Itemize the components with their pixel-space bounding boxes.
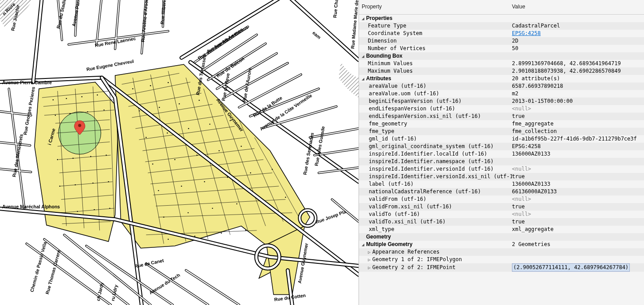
attr-row[interactable]: validFrom.xsi_nil (utf-16)true xyxy=(359,203,644,211)
svg-text:Avenue Pierre Cambre: Avenue Pierre Cambre xyxy=(2,80,52,85)
attr-value: id-a1b6f95b-227f-41d6-9db7-211279b7ce3f xyxy=(512,135,644,143)
group-properties[interactable]: ◢Properties xyxy=(359,15,644,22)
svg-text:Rue Madame Marie de Sé: Rue Madame Marie de Sé xyxy=(350,0,359,49)
prop-crs[interactable]: Coordinate System EPSG:4258 xyxy=(359,30,644,37)
attr-key: validTo.xsi_nil (utf-16) xyxy=(359,218,512,226)
properties-table: ◢Properties Feature Type CadastralParcel… xyxy=(359,15,644,272)
attr-key: validTo (utf-16) xyxy=(359,211,512,218)
header-value: Value xyxy=(512,4,525,10)
attr-value: 6587.66937890218 xyxy=(512,82,644,90)
collapse-icon[interactable]: ▷ xyxy=(368,264,372,271)
svg-text:Rue Charles: Rue Charles xyxy=(332,0,340,18)
svg-point-17 xyxy=(108,181,109,182)
attr-value: 136000AZ0133 xyxy=(512,150,644,158)
svg-point-2 xyxy=(53,99,54,100)
svg-point-54 xyxy=(245,230,246,231)
svg-point-30 xyxy=(167,133,168,133)
svg-point-37 xyxy=(219,150,219,151)
svg-point-43 xyxy=(250,172,251,173)
expand-icon[interactable]: ◢ xyxy=(362,75,366,82)
attr-row[interactable]: fme_typefme_collection xyxy=(359,128,644,135)
svg-text:ru Udry: ru Udry xyxy=(110,284,119,301)
attr-row[interactable]: inspireId.Identifier.versionId.xsi_nil (… xyxy=(359,173,644,180)
attr-row[interactable]: validTo (utf-16)<null> xyxy=(359,211,644,218)
svg-text:Rue Illiberis: Rue Illiberis xyxy=(160,0,167,25)
attr-row[interactable]: areaValue (utf-16)6587.66937890218 xyxy=(359,82,644,90)
attr-value: m2 xyxy=(512,90,644,98)
attr-row[interactable]: validFrom (utf-16)<null> xyxy=(359,196,644,203)
group-appearance-refs[interactable]: ▷Appearance References xyxy=(359,248,644,256)
attr-value: xml_aggregate xyxy=(512,226,644,233)
svg-point-3 xyxy=(66,98,67,99)
svg-point-36 xyxy=(196,155,197,156)
svg-point-32 xyxy=(209,124,210,125)
prop-dimension[interactable]: Dimension 2D xyxy=(359,37,644,45)
geometry-1[interactable]: ▷Geometry 1 of 2: IFMEPolygon xyxy=(359,256,644,263)
attr-value: <null> xyxy=(512,211,644,218)
svg-point-12 xyxy=(90,156,91,157)
svg-point-48 xyxy=(236,203,237,204)
attr-value: <null> xyxy=(512,165,644,173)
svg-point-38 xyxy=(241,146,242,147)
svg-text:Rue Eugene Chevreul: Rue Eugene Chevreul xyxy=(86,59,134,72)
attr-value: 136000AZ0133 xyxy=(512,180,644,188)
attr-value: true xyxy=(512,173,644,180)
attr-row[interactable]: gml_original_coordinate_system (utf-16)E… xyxy=(359,143,644,150)
expand-icon[interactable]: ◢ xyxy=(362,52,366,60)
attr-row[interactable]: gml_id (utf-16)id-a1b6f95b-227f-41d6-9db… xyxy=(359,135,644,143)
group-multiple-geometry[interactable]: ◢Multiple Geometry 2 Geometries xyxy=(359,241,644,248)
attr-row[interactable]: areaValue.uom (utf-16)m2 xyxy=(359,90,644,98)
attr-key: label (utf-16) xyxy=(359,180,512,188)
group-attributes[interactable]: ◢Attributes 20 attribute(s) xyxy=(359,75,644,82)
attr-key: inspireId.Identifier.versionId (utf-16) xyxy=(359,165,512,173)
prop-feature-type[interactable]: Feature Type CadastralParcel xyxy=(359,22,644,30)
svg-point-27 xyxy=(179,103,180,104)
attr-row[interactable]: endLifespanVersion (utf-16)<null> xyxy=(359,105,644,113)
feature-properties-panel[interactable]: Property Value ◢Properties Feature Type … xyxy=(359,0,644,305)
svg-point-21 xyxy=(109,208,110,209)
expand-icon[interactable]: ◢ xyxy=(362,241,366,248)
svg-point-7 xyxy=(70,113,70,114)
header-property: Property xyxy=(359,4,512,10)
attr-key: xml_type xyxy=(359,226,512,233)
svg-point-39 xyxy=(158,190,159,191)
attr-key: inspireId.Identifier.namespace (utf-16) xyxy=(359,158,512,165)
svg-point-13 xyxy=(106,155,107,156)
prop-bbox-min[interactable]: Minimum Values 2.89991369704668, 42.6893… xyxy=(359,60,644,67)
geometry-2-value-selected[interactable]: (2.90052677114111, 42.6897964267784) xyxy=(512,263,630,272)
svg-text:Avenue Maréchal Alphons: Avenue Maréchal Alphons xyxy=(2,204,60,209)
attr-row[interactable]: inspireId.Identifier.localId (utf-16)136… xyxy=(359,150,644,158)
attr-row[interactable]: xml_typexml_aggregate xyxy=(359,226,644,233)
crs-link[interactable]: EPSG:4258 xyxy=(512,30,541,36)
svg-point-33 xyxy=(230,120,230,121)
svg-point-52 xyxy=(194,236,195,237)
attr-row[interactable]: nationalCadastralReference (utf-16)66136… xyxy=(359,188,644,196)
svg-point-57 xyxy=(78,124,81,127)
svg-point-19 xyxy=(77,211,78,212)
expand-icon[interactable]: ◢ xyxy=(362,15,366,22)
attr-row[interactable]: endLifespanVersion.xsi_nil (utf-16)true xyxy=(359,113,644,120)
attr-row[interactable]: validTo.xsi_nil (utf-16)true xyxy=(359,218,644,226)
svg-point-10 xyxy=(57,159,58,160)
map-viewport[interactable]: Avenue Pierre Cambre Rue Joachir n Rivre… xyxy=(0,0,359,305)
prop-num-vertices[interactable]: Number of Vertices 50 xyxy=(359,45,644,52)
prop-bbox-max[interactable]: Maximum Values 2.90108188073938, 42.6902… xyxy=(359,67,644,75)
attr-row[interactable]: beginLifespanVersion (utf-16)2013-01-15T… xyxy=(359,98,644,105)
attr-key: inspireId.Identifier.localId (utf-16) xyxy=(359,150,512,158)
geometry-2[interactable]: ▷Geometry 2 of 2: IFMEPoint (2.900526771… xyxy=(359,263,644,272)
attr-row[interactable]: fme_geometryfme_aggregate xyxy=(359,120,644,128)
svg-point-15 xyxy=(75,184,76,185)
attr-value: fme_aggregate xyxy=(512,120,644,128)
group-bounding-box[interactable]: ◢Bounding Box xyxy=(359,52,644,60)
attr-row[interactable]: inspireId.Identifier.versionId (utf-16)<… xyxy=(359,165,644,173)
svg-point-40 xyxy=(181,186,182,187)
attr-row[interactable]: inspireId.Identifier.namespace (utf-16) xyxy=(359,158,644,165)
attr-row[interactable]: label (utf-16)136000AZ0133 xyxy=(359,180,644,188)
collapse-icon[interactable]: ▷ xyxy=(368,256,372,263)
svg-point-29 xyxy=(145,137,146,138)
map-svg[interactable]: Avenue Pierre Cambre Rue Joachir n Rivre… xyxy=(0,0,359,305)
collapse-icon[interactable]: ▷ xyxy=(368,248,372,256)
svg-text:Rue de Canet: Rue de Canet xyxy=(134,258,164,269)
group-geometry[interactable]: ◢Geometry xyxy=(359,233,644,241)
attr-key: areaValue (utf-16) xyxy=(359,82,512,90)
